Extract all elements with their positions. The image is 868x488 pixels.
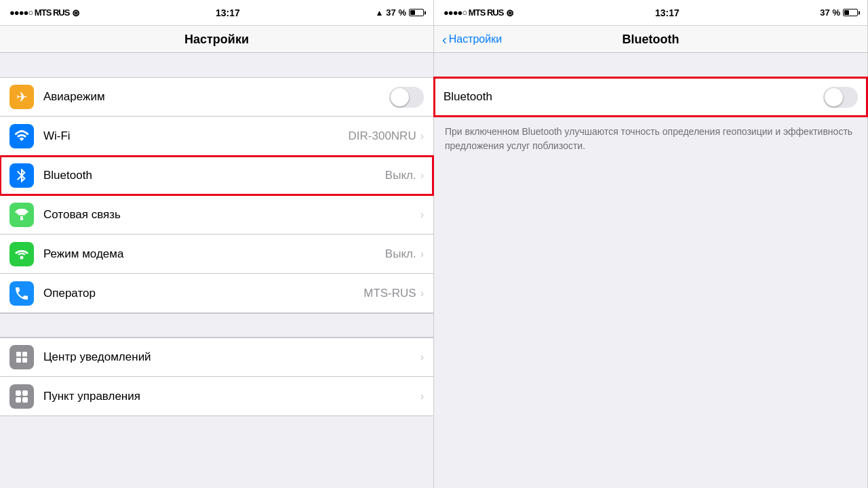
section-spacer-top-right [434, 53, 867, 77]
settings-section-2: Центр уведомлений › Пункт управления › [0, 338, 433, 416]
controlcenter-label: Пункт управления [43, 390, 420, 403]
bluetooth-label: Bluetooth [43, 169, 385, 182]
section-spacer-top-left [0, 53, 433, 77]
hotspot-svg [14, 246, 30, 262]
back-button[interactable]: ‹ Настройки [442, 33, 502, 46]
bluetooth-detail-toggle[interactable] [823, 87, 858, 108]
settings-row-controlcenter[interactable]: Пункт управления › [0, 377, 433, 416]
wifi-value: DIR-300NRU [349, 129, 416, 143]
time-right: 13:17 [655, 7, 679, 18]
svg-point-1 [20, 256, 24, 259]
left-panel: ●●●●○ MTS RUS ⊛ 13:17 ▲ 37 % Настройки ✈… [0, 0, 434, 488]
phone-icon [9, 281, 34, 306]
battery-icon-right [843, 9, 858, 16]
settings-section-1: ✈ Авиарежим Wi-Fi DIR-300NRU › [0, 77, 433, 313]
battery-pct-left: 37 % [386, 7, 406, 18]
controlcenter-icon [9, 384, 34, 409]
svg-rect-6 [16, 390, 21, 396]
wifi-status-icon: ⊛ [72, 7, 80, 18]
airplane-toggle-thumb [391, 88, 409, 106]
carrier-value: MTS-RUS [363, 287, 416, 300]
wifi-icon [9, 124, 34, 148]
right-panel: ●●●●○ MTS RUS ⊛ 13:17 37 % ‹ Настройки B… [434, 0, 868, 488]
bluetooth-description: При включенном Bluetooth улучшаются точн… [434, 117, 867, 164]
svg-rect-5 [22, 358, 27, 363]
settings-row-bluetooth-detail[interactable]: Bluetooth [434, 77, 867, 117]
svg-rect-8 [16, 397, 21, 403]
controlcenter-svg [14, 388, 30, 405]
page-header-left: Настройки [0, 26, 433, 53]
phone-svg [14, 285, 30, 302]
controlcenter-chevron: › [420, 390, 424, 403]
settings-row-hotspot[interactable]: Режим модема Выкл. › [0, 235, 433, 274]
status-left: ●●●●○ MTS RUS ⊛ [9, 7, 80, 18]
notifications-chevron: › [420, 351, 424, 363]
cellular-svg [14, 207, 30, 223]
bluetooth-svg [14, 167, 30, 184]
status-bar-right: ●●●●○ MTS RUS ⊛ 13:17 37 % [434, 0, 867, 26]
notifications-icon [9, 345, 34, 369]
back-chevron-icon: ‹ [442, 33, 447, 46]
notifications-svg [14, 349, 30, 365]
airplane-label: Авиарежим [43, 90, 389, 104]
wifi-svg [14, 128, 30, 144]
status-right-right: 37 % [820, 7, 858, 18]
svg-rect-7 [22, 390, 28, 396]
notifications-label: Центр уведомлений [43, 350, 420, 364]
settings-row-bluetooth[interactable]: Bluetooth Выкл. › [0, 156, 433, 195]
carrier-label: Оператор [43, 287, 363, 300]
section-spacer-mid-left [0, 313, 433, 338]
svg-rect-9 [22, 397, 28, 403]
settings-row-cellular[interactable]: Сотовая связь › [0, 195, 433, 235]
svg-rect-4 [16, 358, 21, 363]
settings-row-airplane[interactable]: ✈ Авиарежим [0, 77, 433, 117]
carrier-chevron: › [420, 287, 424, 300]
page-header-right: ‹ Настройки Bluetooth [434, 26, 867, 53]
svg-rect-0 [20, 216, 23, 220]
airplane-toggle[interactable] [389, 87, 424, 108]
cellular-label: Сотовая связь [43, 208, 420, 222]
signal-dots-right: ●●●●○ MTS RUS [443, 7, 503, 18]
battery-pct-right: 37 % [820, 7, 840, 18]
wifi-chevron: › [420, 130, 424, 142]
bluetooth-icon [9, 163, 34, 188]
wifi-label: Wi-Fi [43, 129, 349, 143]
status-bar-left: ●●●●○ MTS RUS ⊛ 13:17 ▲ 37 % [0, 0, 433, 26]
bluetooth-value: Выкл. [385, 169, 416, 182]
cellular-icon [9, 203, 34, 227]
hotspot-chevron: › [420, 248, 424, 260]
page-title-left: Настройки [0, 33, 433, 47]
bluetooth-detail-label: Bluetooth [443, 90, 823, 104]
battery-fill-right [844, 10, 849, 15]
battery-fill-left [410, 10, 415, 15]
bluetooth-chevron: › [420, 169, 424, 182]
wifi-status-icon-right: ⊛ [506, 7, 514, 18]
svg-rect-3 [22, 352, 27, 357]
signal-dots: ●●●●○ MTS RUS [9, 7, 69, 18]
hotspot-icon [9, 242, 34, 266]
airplane-icon: ✈ [9, 85, 34, 109]
location-icon: ▲ [375, 8, 383, 18]
time-left: 13:17 [216, 7, 240, 18]
hotspot-value: Выкл. [385, 247, 416, 261]
cellular-chevron: › [420, 209, 424, 221]
settings-row-notifications[interactable]: Центр уведомлений › [0, 338, 433, 377]
settings-row-carrier[interactable]: Оператор MTS-RUS › [0, 274, 433, 313]
status-right-left: ▲ 37 % [375, 7, 424, 18]
settings-row-wifi[interactable]: Wi-Fi DIR-300NRU › [0, 117, 433, 156]
back-label: Настройки [449, 33, 502, 45]
svg-rect-2 [16, 352, 21, 357]
hotspot-label: Режим модема [43, 247, 385, 261]
bluetooth-detail-toggle-thumb [825, 88, 843, 106]
status-left-right: ●●●●○ MTS RUS ⊛ [443, 7, 514, 18]
battery-icon-left [409, 9, 424, 16]
